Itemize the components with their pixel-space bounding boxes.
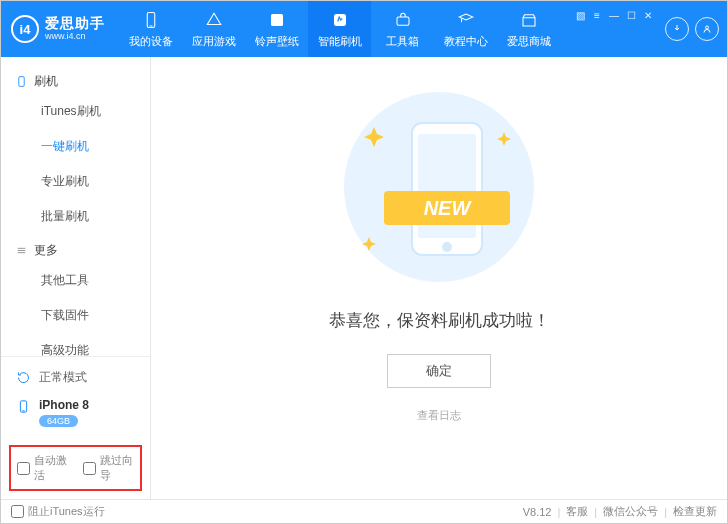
sidebar-item-pro-flash[interactable]: 专业刷机 — [1, 164, 150, 199]
flash-options: 自动激活 跳过向导 — [9, 445, 142, 491]
app-header: i4 爱思助手 www.i4.cn 我的设备 应用游戏 铃声壁纸 — [1, 1, 727, 57]
apps-icon — [204, 10, 224, 30]
nav-label: 工具箱 — [386, 34, 419, 49]
svg-rect-4 — [397, 17, 409, 25]
nav-label: 爱思商城 — [507, 34, 551, 49]
sidebar-item-one-click-flash[interactable]: 一键刷机 — [1, 129, 150, 164]
block-itunes-input[interactable] — [11, 505, 24, 518]
logo-title: 爱思助手 — [45, 16, 105, 31]
sidebar-group-flash: 刷机 — [1, 65, 150, 94]
minimize-icon[interactable]: — — [607, 9, 621, 21]
success-illustration: NEW — [324, 87, 554, 287]
auto-activate-input[interactable] — [17, 462, 30, 475]
group-title: 更多 — [34, 242, 58, 259]
auto-activate-checkbox[interactable]: 自动激活 — [17, 453, 69, 483]
view-log-link[interactable]: 查看日志 — [417, 408, 461, 423]
sidebar-item-batch-flash[interactable]: 批量刷机 — [1, 199, 150, 234]
version-label: V8.12 — [523, 506, 552, 518]
close-icon[interactable]: ✕ — [641, 9, 655, 21]
refresh-icon — [15, 370, 31, 386]
flash-icon — [330, 10, 350, 30]
menu-icon[interactable]: ≡ — [590, 9, 604, 21]
store-icon — [519, 10, 539, 30]
device-capacity-badge: 64GB — [39, 415, 78, 427]
download-button[interactable] — [665, 17, 689, 41]
skip-wizard-input[interactable] — [83, 462, 96, 475]
skin-icon[interactable]: ▧ — [573, 9, 587, 21]
phone-icon — [15, 398, 31, 414]
logo-subtitle: www.i4.cn — [45, 32, 105, 42]
separator: | — [594, 506, 597, 518]
account-button[interactable] — [695, 17, 719, 41]
sidebar-item-download-firmware[interactable]: 下载固件 — [1, 298, 150, 333]
nav-ringtones[interactable]: 铃声壁纸 — [245, 1, 308, 57]
svg-rect-6 — [19, 77, 24, 87]
nav-store[interactable]: 爱思商城 — [497, 1, 560, 57]
sidebar-item-advanced[interactable]: 高级功能 — [1, 333, 150, 356]
main-nav: 我的设备 应用游戏 铃声壁纸 智能刷机 工具箱 — [119, 1, 560, 57]
sidebar-item-itunes-flash[interactable]: iTunes刷机 — [1, 94, 150, 129]
wechat-link[interactable]: 微信公众号 — [603, 504, 658, 519]
more-icon — [15, 244, 28, 257]
window-controls: ▧ ≡ — ☐ ✕ — [573, 17, 727, 41]
nav-label: 教程中心 — [444, 34, 488, 49]
nav-label: 应用游戏 — [192, 34, 236, 49]
svg-point-18 — [442, 242, 452, 252]
separator: | — [557, 506, 560, 518]
main-panel: NEW 恭喜您，保资料刷机成功啦！ 确定 查看日志 — [151, 57, 727, 499]
sidebar: 刷机 iTunes刷机 一键刷机 专业刷机 批量刷机 更多 其他工具 下载固件 … — [1, 57, 151, 499]
nav-apps-games[interactable]: 应用游戏 — [182, 1, 245, 57]
check-update-link[interactable]: 检查更新 — [673, 504, 717, 519]
status-bar: 阻止iTunes运行 V8.12 | 客服 | 微信公众号 | 检查更新 — [1, 499, 727, 523]
phone-outline-icon — [15, 75, 28, 88]
checkbox-label: 跳过向导 — [100, 453, 135, 483]
wallpaper-icon — [267, 10, 287, 30]
logo-icon: i4 — [11, 15, 39, 43]
nav-my-device[interactable]: 我的设备 — [119, 1, 182, 57]
sidebar-item-other-tools[interactable]: 其他工具 — [1, 263, 150, 298]
sidebar-group-more: 更多 — [1, 234, 150, 263]
checkbox-label: 自动激活 — [34, 453, 69, 483]
nav-label: 我的设备 — [129, 34, 173, 49]
nav-toolbox[interactable]: 工具箱 — [371, 1, 434, 57]
svg-text:NEW: NEW — [424, 197, 473, 219]
nav-tutorials[interactable]: 教程中心 — [434, 1, 497, 57]
toolbox-icon — [393, 10, 413, 30]
skip-wizard-checkbox[interactable]: 跳过向导 — [83, 453, 135, 483]
separator: | — [664, 506, 667, 518]
nav-smart-flash[interactable]: 智能刷机 — [308, 1, 371, 57]
phone-icon — [141, 10, 161, 30]
svg-rect-2 — [271, 14, 283, 26]
support-link[interactable]: 客服 — [566, 504, 588, 519]
ok-button[interactable]: 确定 — [387, 354, 491, 388]
device-name: iPhone 8 — [39, 398, 89, 412]
nav-label: 智能刷机 — [318, 34, 362, 49]
group-title: 刷机 — [34, 73, 58, 90]
app-logo: i4 爱思助手 www.i4.cn — [11, 15, 119, 43]
maximize-icon[interactable]: ☐ — [624, 9, 638, 21]
svg-rect-3 — [334, 14, 346, 26]
svg-point-5 — [706, 26, 709, 29]
mode-label: 正常模式 — [39, 369, 87, 386]
nav-label: 铃声壁纸 — [255, 34, 299, 49]
success-message: 恭喜您，保资料刷机成功啦！ — [329, 309, 550, 332]
device-mode[interactable]: 正常模式 — [11, 363, 140, 392]
block-itunes-checkbox[interactable]: 阻止iTunes运行 — [11, 504, 105, 519]
checkbox-label: 阻止iTunes运行 — [28, 504, 105, 519]
tutorial-icon — [456, 10, 476, 30]
svg-rect-0 — [147, 12, 155, 27]
connected-device[interactable]: iPhone 8 64GB — [11, 392, 140, 433]
